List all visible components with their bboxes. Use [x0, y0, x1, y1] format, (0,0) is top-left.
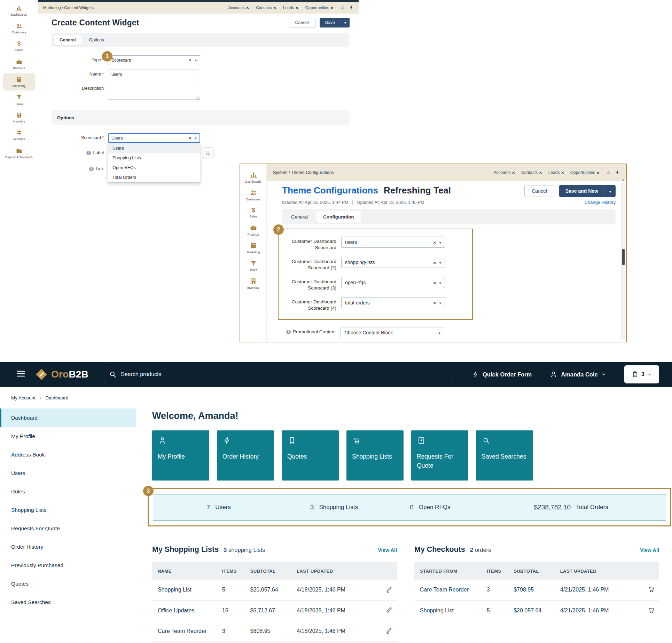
close-icon[interactable] [330, 6, 333, 10]
sidebar-item-marketing[interactable]: Marketing [241, 240, 266, 255]
save-button[interactable]: Save [320, 18, 341, 27]
pinbar-item-accounts[interactable]: Accounts [228, 6, 249, 10]
sidebar-item-dashboards[interactable]: Dashboards [241, 170, 266, 185]
search-icon[interactable] [109, 370, 117, 380]
save-dropdown-button[interactable] [341, 18, 350, 27]
change-history-link[interactable]: Change History [584, 200, 616, 205]
dropdown-option-users[interactable]: Users [108, 143, 200, 153]
tab-general[interactable]: General [284, 211, 315, 223]
resize-handle[interactable] [196, 97, 200, 100]
close-icon[interactable] [295, 6, 298, 10]
tab-general[interactable]: General [54, 35, 82, 45]
scroll-up-icon[interactable] [622, 178, 625, 181]
sidebar-item-order-history[interactable]: Order History [0, 538, 136, 556]
breadcrumb-my-account[interactable]: My Account [11, 395, 36, 400]
sidebar-item-my-profile[interactable]: My Profile [0, 427, 136, 445]
sidebar-item-reports-segments[interactable]: Reports & Segments [3, 145, 35, 162]
cancel-button[interactable]: Cancel [289, 18, 315, 27]
name-input[interactable] [108, 70, 200, 79]
sidebar-item-requests-for-quote[interactable]: Requests For Quote [0, 519, 136, 538]
save-and-new-button[interactable]: Save and New [559, 185, 604, 197]
scrollbar-thumb[interactable] [622, 249, 625, 265]
favorite-star-icon[interactable] [606, 169, 611, 176]
close-icon[interactable] [246, 6, 249, 10]
promotional-content-select[interactable]: Choose Content Block [341, 327, 444, 338]
favorite-star-icon[interactable] [340, 5, 345, 11]
sidebar-item-sales[interactable]: $ Sales [3, 38, 35, 55]
sidebar-item-shopping-lists[interactable]: Shopping Lists [0, 501, 136, 519]
sidebar-item-taxes[interactable]: Taxes [241, 258, 266, 273]
pinbar-item-contacts[interactable]: Contacts [256, 6, 276, 10]
sidebar-item-taxes[interactable]: Taxes [3, 91, 35, 108]
dropdown-option-total-orders[interactable]: Total Orders [108, 173, 200, 182]
sidebar-item-roles[interactable]: Roles [0, 482, 136, 501]
sidebar-item-sales[interactable]: $ Sales [241, 205, 266, 220]
sidebar-item-dashboard[interactable]: Dashboard [0, 408, 136, 427]
pin-icon[interactable] [349, 5, 354, 10]
clear-icon[interactable] [189, 136, 192, 141]
user-menu[interactable]: Amanda Cole [550, 371, 606, 378]
pinbar-item-leads[interactable]: Leads [283, 6, 298, 10]
theme-configurations-link[interactable]: Theme Configurations [282, 185, 378, 196]
dropdown-option-shopping-lists[interactable]: Shopping Lists [108, 153, 200, 163]
type-select[interactable]: Scorecard [108, 55, 200, 65]
sidebar-item-inventory[interactable]: Inventory [241, 276, 266, 291]
clear-icon[interactable] [433, 260, 436, 265]
edit-shopping-list-button[interactable] [384, 605, 393, 616]
orob2b-logo[interactable]: OroB2B [35, 368, 88, 381]
tab-options[interactable]: Options [83, 35, 110, 45]
breadcrumb-dashboard[interactable]: Dashboard [45, 395, 68, 400]
sidebar-item-customers[interactable]: Customers [3, 20, 35, 37]
dropdown-option-open-rfqs[interactable]: Open RFQs [108, 163, 200, 173]
menu-hamburger-icon[interactable] [16, 370, 25, 379]
sidebar-item-marketing[interactable]: Marketing [3, 73, 35, 90]
scrollbar[interactable] [621, 183, 625, 340]
quick-order-form-link[interactable]: Quick Order Form [472, 371, 532, 378]
sidebar-item-previously-purchased[interactable]: Previously Purchased [0, 556, 136, 574]
sidebar-item-address-book[interactable]: Address Book [0, 445, 136, 464]
tile-saved-searches[interactable]: Saved Searches [476, 430, 533, 481]
translations-button[interactable] [203, 148, 213, 158]
pinbar-item-opportunities[interactable]: Opportunities [305, 6, 334, 10]
sidebar-item-products[interactable]: Products [241, 223, 266, 238]
pinbar-item-contacts[interactable]: Contacts [521, 170, 542, 175]
pin-icon[interactable] [615, 170, 620, 175]
description-textarea[interactable] [108, 84, 200, 100]
pinbar-item-accounts[interactable]: Accounts [493, 170, 515, 175]
edit-shopping-list-button[interactable] [384, 626, 393, 636]
sidebar-item-products[interactable]: Products [3, 56, 35, 73]
tile-shopping-lists[interactable]: Shopping Lists [346, 430, 404, 481]
view-all-link[interactable]: View All [378, 547, 397, 553]
tile-my-profile[interactable]: My Profile [152, 430, 209, 481]
search-input[interactable] [104, 366, 453, 383]
clear-icon[interactable] [433, 300, 436, 305]
pinbar-item-opportunities[interactable]: Opportunities [570, 170, 600, 175]
sidebar-item-quotes[interactable]: Quotes [0, 574, 136, 593]
scorecard-4-select[interactable]: total-orders [341, 297, 445, 308]
open-checkout-button[interactable] [647, 585, 656, 595]
close-icon[interactable] [539, 170, 542, 175]
sidebar-item-customers[interactable]: Customers [241, 188, 266, 203]
save-dropdown-button[interactable] [604, 185, 616, 197]
cancel-button[interactable]: Cancel [524, 185, 554, 197]
checkout-link[interactable]: Shopping List [420, 608, 454, 613]
sidebar-item-dashboards[interactable]: Dashboards [3, 2, 35, 19]
clear-icon[interactable] [433, 280, 436, 285]
shopping-list-widget-button[interactable]: 3 [624, 365, 659, 383]
close-icon[interactable] [561, 170, 564, 175]
open-checkout-button[interactable] [647, 605, 656, 616]
sidebar-item-saved-searches[interactable]: Saved Searches [0, 593, 136, 611]
scorecard-3-select[interactable]: open-rfqs [341, 277, 445, 288]
checkout-link[interactable]: Care Team Reorder [420, 587, 469, 593]
sidebar-item-users[interactable]: Users [0, 464, 136, 482]
tab-configuration[interactable]: Configuration [316, 211, 361, 223]
scorecard-2-select[interactable]: shopping-lists [341, 257, 445, 268]
edit-shopping-list-button[interactable] [384, 585, 393, 595]
tile-requests-for-quote[interactable]: Requests For Quote [411, 430, 468, 481]
close-icon[interactable] [596, 170, 599, 175]
pinbar-item-leads[interactable]: Leads [548, 170, 564, 175]
clear-icon[interactable] [433, 239, 436, 245]
tile-order-history[interactable]: Order History [217, 430, 274, 481]
sidebar-item-inventory[interactable]: Inventory [3, 109, 35, 126]
scorecard-select[interactable]: Users [108, 133, 200, 143]
